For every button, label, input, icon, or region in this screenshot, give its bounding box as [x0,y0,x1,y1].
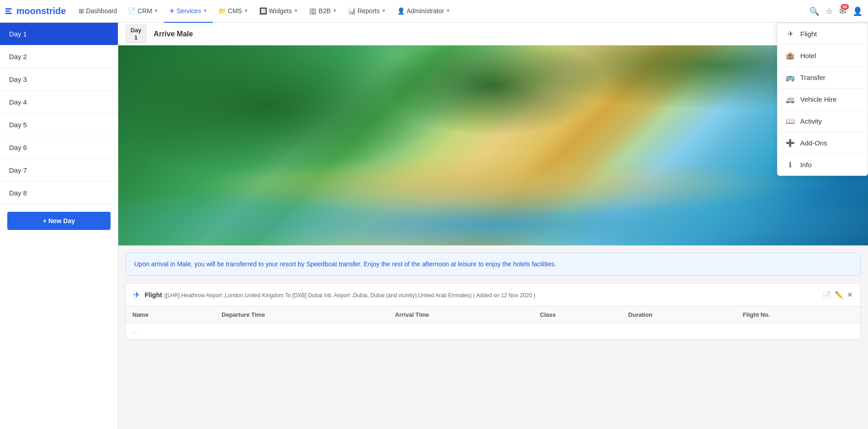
cms-icon: 📁 [218,7,226,15]
day5-label: Day 5 [9,121,27,129]
row-duration [622,323,737,339]
search-button[interactable]: 🔍 [809,6,819,16]
sidebar-item-day5[interactable]: Day 5 [0,114,118,136]
flight-route: ([LHR] Heathrow Airport ,London,United K… [164,292,473,299]
row-name: ... [126,323,215,339]
flight-section: ✈ Flight ([LHR] Heathrow Airport ,London… [126,283,861,340]
col-class: Class [534,307,622,323]
hero-image [118,45,868,245]
top-navigation: moonstride ⊞ Dashboard 📄 CRM ▼ ✈ Service… [0,0,868,23]
day1-label: Day 1 [9,30,27,38]
day-badge-line1: Day [131,27,141,34]
widgets-icon: 🔲 [259,7,267,15]
day8-label: Day 8 [9,189,27,197]
nav-right-actions: 🔍 ☆ ✉ 58 👤 [809,6,863,16]
col-departure: Departure Time [215,307,389,323]
logo-icon [5,8,12,14]
add-component-button[interactable]: + ADD COMPONENT [782,26,861,42]
flight-info: Flight ([LHR] Heathrow Airport ,London,U… [145,291,535,299]
b2b-icon: 🏢 [309,7,317,15]
content-area: Day 1 Arrive Male + ADD COMPONENT Upon a… [118,23,868,429]
day-title: Arrive Male [154,30,193,38]
col-name: Name [126,307,215,323]
nav-administrator-label: Administrator [407,7,444,15]
reports-chevron: ▼ [382,8,386,13]
flight-actions: 📄 ✏️ ✕ [823,291,853,299]
favorites-button[interactable]: ☆ [826,6,833,16]
reports-icon: 📊 [348,7,356,15]
flight-delete-button[interactable]: ✕ [847,291,853,299]
nav-cms-label: CMS [228,7,242,15]
col-arrival: Arrival Time [389,307,533,323]
flight-label: Flight [145,291,162,299]
nav-cms[interactable]: 📁 CMS ▼ [213,0,254,23]
day-badge-line2: 1 [131,34,141,41]
sidebar-item-day2[interactable]: Day 2 [0,45,118,68]
nav-crm-label: CRM [137,7,152,15]
add-component-label: + ADD COMPONENT [790,30,853,38]
info-text: Upon arrival in Male, you will be transf… [134,260,556,268]
flight-table-header-row: Name Departure Time Arrival Time Class D… [126,307,860,323]
logo-text: moonstride [16,6,66,16]
new-day-label: + New Day [43,217,75,224]
widgets-chevron: ▼ [293,8,298,13]
sidebar-item-day6[interactable]: Day 6 [0,136,118,159]
nav-reports-label: Reports [358,7,380,15]
flight-view-button[interactable]: 📄 [823,291,831,299]
nav-widgets[interactable]: 🔲 Widgets ▼ [254,0,303,23]
row-arrival [389,323,533,339]
sidebar-item-day3[interactable]: Day 3 [0,68,118,91]
cms-chevron: ▼ [244,8,248,13]
nav-services-label: Services [177,7,201,15]
notifications-button[interactable]: ✉ 58 [839,6,846,16]
day2-label: Day 2 [9,53,27,60]
flight-icon: ✈ [133,290,140,300]
user-profile-button[interactable]: 👤 [853,6,863,16]
nav-widgets-label: Widgets [269,7,292,15]
nav-dashboard-label: Dashboard [86,7,117,15]
main-layout: Day 1 Day 2 Day 3 Day 4 Day 5 Day 6 Day … [0,23,868,429]
sidebar-item-day8[interactable]: Day 8 [0,182,118,205]
nav-administrator[interactable]: 👤 Administrator ▼ [392,0,456,23]
logo[interactable]: moonstride [5,6,66,16]
sidebar-item-day4[interactable]: Day 4 [0,91,118,114]
nav-b2b[interactable]: 🏢 B2B ▼ [303,0,342,23]
day-header: Day 1 Arrive Male + ADD COMPONENT [118,23,868,45]
flight-header: ✈ Flight ([LHR] Heathrow Airport ,London… [126,284,860,307]
row-class [534,323,622,339]
day7-label: Day 7 [9,166,27,174]
crm-icon: 📄 [128,7,136,15]
sidebar: Day 1 Day 2 Day 3 Day 4 Day 5 Day 6 Day … [0,23,118,429]
flight-added: ( Added on 12 Nov 2020 ) [473,292,535,299]
services-icon: ✈ [169,7,175,15]
nav-crm[interactable]: 📄 CRM ▼ [122,0,164,23]
flight-table: Name Departure Time Arrival Time Class D… [126,307,860,339]
info-box: Upon arrival in Male, you will be transf… [126,253,861,276]
flight-edit-button[interactable]: ✏️ [835,291,843,299]
notification-badge: 58 [841,4,849,10]
new-day-button[interactable]: + New Day [7,212,111,230]
nav-services[interactable]: ✈ Services ▼ [164,0,213,23]
day6-label: Day 6 [9,144,27,151]
day-badge: Day 1 [126,25,146,43]
nav-reports[interactable]: 📊 Reports ▼ [343,0,392,23]
col-flight-no: Flight No. [737,307,860,323]
nav-b2b-label: B2B [318,7,330,15]
nav-dashboard[interactable]: ⊞ Dashboard [73,0,123,23]
col-duration: Duration [622,307,737,323]
day4-label: Day 4 [9,98,27,106]
administrator-icon: 👤 [397,7,405,15]
services-chevron: ▼ [203,8,207,13]
flight-table-body: ... [126,323,860,339]
sidebar-item-day7[interactable]: Day 7 [0,159,118,182]
sidebar-item-day1[interactable]: Day 1 [0,23,118,45]
day3-label: Day 3 [9,75,27,83]
crm-chevron: ▼ [154,8,158,13]
administrator-chevron: ▼ [446,8,450,13]
b2b-chevron: ▼ [333,8,337,13]
dashboard-icon: ⊞ [79,7,84,15]
flight-table-head: Name Departure Time Arrival Time Class D… [126,307,860,323]
row-flight-no [737,323,860,339]
table-row: ... [126,323,860,339]
row-departure [215,323,389,339]
